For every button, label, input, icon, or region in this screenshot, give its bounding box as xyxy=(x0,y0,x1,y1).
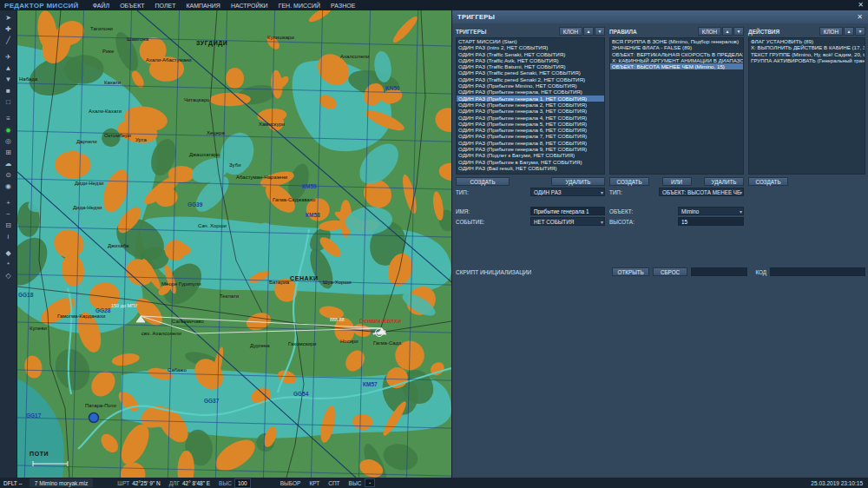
action-list-item[interactable]: X: ВЫПОЛНИТЬ ДЕЙСТВИЕ В КАБИНЕ (17, 3014… xyxy=(749,44,865,50)
trigger-list-item[interactable]: ОДИН РАЗ (Прибытие генерала 6, НЕТ СОБЫТ… xyxy=(457,127,604,133)
script-file-input[interactable] xyxy=(691,267,747,276)
select-mode-toggle[interactable]: ВЫБОР xyxy=(280,480,301,486)
trigger-list-item[interactable]: ОДИН РАЗ (Intro 2, НЕТ СОБЫТИЯ) xyxy=(457,44,604,50)
trigger-list-item[interactable]: ОДИН РАЗ (Traffic Batumi, НЕТ СОБЫТИЯ) xyxy=(457,63,604,69)
bullseye-icon[interactable]: ◉ xyxy=(2,181,16,192)
trigger-list-item[interactable]: ОДИН РАЗ (Прибытие генерала 4, НЕТ СОБЫТ… xyxy=(457,115,604,121)
menu-flight[interactable]: ПОЛЕТ xyxy=(155,3,176,9)
altitude-display-state-icon[interactable]: ▪ xyxy=(365,478,375,487)
ship-icon[interactable]: ▼ xyxy=(2,74,16,85)
panel-close-icon[interactable]: ✕ xyxy=(857,13,863,21)
reset-script-button[interactable]: СБРОС xyxy=(653,267,687,276)
window-close-icon[interactable]: ✕ xyxy=(858,2,864,9)
weather-icon[interactable]: ☁ xyxy=(2,158,16,169)
altitude-input[interactable]: 100 xyxy=(234,478,251,488)
rule-type-dropdown[interactable]: ОБЪЕКТ: ВЫСОТА МЕНЕЕ ЧЕ xyxy=(659,188,744,196)
vehicle-icon[interactable]: ■ xyxy=(2,85,16,96)
trigger-list-item[interactable]: ОДИН РАЗ (Bad result, НЕТ СОБЫТИЯ) xyxy=(457,165,604,171)
trigger-list-item[interactable]: ОДИН РАЗ (Прибытие генерала 5, НЕТ СОБЫТ… xyxy=(457,121,604,127)
action-move-up-button[interactable]: ▲ xyxy=(844,27,854,36)
menu-mission-generator[interactable]: ГЕН. МИССИЙ xyxy=(279,3,320,9)
trigger-list-item[interactable]: ОДИН РАЗ (Traffic pered Senaki, НЕТ СОБЫ… xyxy=(457,69,604,76)
trigger-list-item[interactable]: ОДИН РАЗ (Прибытие генерала 8, НЕТ СОБЫТ… xyxy=(457,140,604,146)
mission-filename: 7 Mimino moryak.miz xyxy=(30,478,93,487)
action-move-down-button[interactable]: ▼ xyxy=(855,27,865,36)
action-list-item[interactable]: ФЛАГ УСТАНОВИТЬ (89) xyxy=(749,38,865,44)
trigger-event-dropdown[interactable]: НЕТ СОБЫТИЯ xyxy=(530,217,605,226)
static-object-icon[interactable]: □ xyxy=(2,96,16,108)
trigger-list-item[interactable]: ОДИН РАЗ (Прибытие генерала, НЕТ СОБЫТИЯ… xyxy=(457,89,604,95)
trigger-list-item[interactable]: ОДИН РАЗ (Прибытие Mimino, НЕТ СОБЫТИЯ) xyxy=(457,82,604,89)
mission-map[interactable]: ТагилониШамгонаРикеЗУГДИДИКулишкариАхалс… xyxy=(17,10,451,478)
trigger-list-item[interactable]: ОДИН РАЗ (Прибытие генерала 7, НЕТ СОБЫТ… xyxy=(457,133,604,139)
action-list-item[interactable]: ТЕКСТ ГРУППЕ (Mimino, Ну, всё! Садим, 20… xyxy=(749,51,865,57)
settings-icon[interactable]: * xyxy=(2,259,16,270)
map-layer-toggle[interactable]: КРТ xyxy=(309,480,319,486)
trigger-move-down-button[interactable]: ▼ xyxy=(595,27,605,36)
latitude-value: 42°25' 9" N xyxy=(132,480,161,486)
layers-icon[interactable]: ⊟ xyxy=(2,220,16,231)
trigger-list-item[interactable]: ОДИН РАЗ (Прибытие генерала 2, НЕТ СОБЫТ… xyxy=(457,102,604,108)
altitude-display-toggle[interactable]: ВЫС xyxy=(349,480,362,486)
code-input[interactable] xyxy=(770,267,865,276)
info-icon[interactable]: i xyxy=(2,231,16,242)
pan-tool-icon[interactable]: ✚ xyxy=(2,23,16,35)
zoom-out-icon[interactable]: − xyxy=(2,208,16,220)
trigger-list-item[interactable]: ОДИН РАЗ (Прибытие в Батуми, НЕТ СОБЫТИЯ… xyxy=(457,159,604,165)
triggers-header: ТРИГГЕРЫ xyxy=(456,29,558,35)
trigger-list-item[interactable]: ОДИН РАЗ (Прибытие генерала 3, НЕТ СОБЫТ… xyxy=(457,108,604,114)
panel-titlebar[interactable]: ТРИГГЕРЫ ✕ xyxy=(452,10,868,23)
actions-column: ДЕЙСТВИЯ КЛОН ▲ ▼ ФЛАГ УСТАНОВИТЬ (89)X:… xyxy=(748,26,865,186)
rule-height-input[interactable]: 15 xyxy=(678,217,744,226)
open-script-button[interactable]: ОТКРЫТЬ xyxy=(612,267,649,276)
rule-object-dropdown[interactable]: Mimino xyxy=(678,207,744,215)
trigger-move-up-button[interactable]: ▲ xyxy=(583,27,594,36)
menu-file[interactable]: ФАЙЛ xyxy=(93,3,109,9)
trigger-list-item[interactable]: ОДИН РАЗ (Прибытие генерала 9, НЕТ СОБЫТ… xyxy=(457,146,604,152)
code-label: КОД xyxy=(756,269,767,275)
create-trigger-button[interactable]: СОЗДАТЬ xyxy=(456,177,510,186)
time-icon[interactable]: ⊙ xyxy=(2,169,16,181)
select-tool-icon[interactable]: ➤ xyxy=(2,12,16,23)
delete-trigger-button[interactable]: УДАЛИТЬ xyxy=(551,177,605,186)
satellite-layer-toggle[interactable]: СПТ xyxy=(328,480,339,486)
trigger-name-label: ИМЯ: xyxy=(456,208,530,214)
rule-move-up-button[interactable]: ▲ xyxy=(722,27,733,36)
clone-action-button[interactable]: КЛОН xyxy=(819,27,843,36)
trigger-list-item[interactable]: ОДИН РАЗ (Traffic pered Senaki 2, НЕТ СО… xyxy=(457,76,604,82)
rule-list-item[interactable]: X: КАБИННЫЙ АРГУМЕНТ АНИМАЦИИ В ДИАПАЗОН… xyxy=(610,57,743,63)
template-icon[interactable]: ⊞ xyxy=(2,147,16,158)
objects-mode-icon[interactable]: ● xyxy=(2,124,16,135)
flag-icon[interactable]: ◆ xyxy=(2,247,16,259)
trigger-list-item[interactable]: ОДИН РАЗ (Подлет к Батуми, НЕТ СОБЫТИЯ) xyxy=(457,152,604,158)
rule-list-item[interactable]: ЗНАЧЕНИЕ ФЛАГА - FALSE (89) xyxy=(610,44,743,50)
clone-rule-button[interactable]: КЛОН xyxy=(698,27,721,36)
rule-list-item[interactable]: ОБЪЕКТ: ВЕРТИКАЛЬНАЯ СКОРОСТЬ В ПРЕДЕЛАХ… xyxy=(610,51,743,57)
trigger-list-item[interactable]: ОДИН РАЗ (Traffic Senaki, НЕТ СОБЫТИЯ) xyxy=(457,51,604,57)
or-rule-button[interactable]: ИЛИ xyxy=(662,177,692,186)
clone-trigger-button[interactable]: КЛОН xyxy=(559,27,582,36)
helicopter-icon[interactable]: ▲ xyxy=(2,63,16,74)
action-list-item[interactable]: ГРУППА АКТИВИРОВАТЬ (Генеральный транспо… xyxy=(749,57,865,63)
ruler-icon[interactable]: ╱ xyxy=(2,35,16,46)
menu-object[interactable]: ОБЪЕКТ xyxy=(120,3,144,9)
delete-rule-button[interactable]: УДАЛИТЬ xyxy=(704,177,744,186)
rule-list-item[interactable]: ВСЯ ГРУППА В ЗОНЕ (Mimino, Подбор генера… xyxy=(610,38,743,44)
menu-campaign[interactable]: КАМПАНИЯ xyxy=(186,3,220,9)
create-action-button[interactable]: СОЗДАТЬ xyxy=(748,177,788,186)
trigger-name-input[interactable]: Прибытие генерала 1 xyxy=(530,207,605,215)
trigger-zone-icon[interactable]: ◎ xyxy=(2,135,16,147)
map-marker-icon[interactable]: ◇ xyxy=(2,270,16,281)
rule-list-item[interactable]: ОБЪЕКТ: ВЫСОТА МЕНЕЕ ЧЕМ (Mimino, 15) xyxy=(610,63,743,69)
airplane-icon[interactable]: ✈ xyxy=(2,51,16,63)
menu-misc[interactable]: РАЗНОЕ xyxy=(331,3,355,9)
rule-move-down-button[interactable]: ▼ xyxy=(733,27,744,36)
group-list-icon[interactable]: ≡ xyxy=(2,113,16,124)
zoom-in-icon[interactable]: + xyxy=(2,197,16,208)
menu-settings[interactable]: НАСТРОЙКИ xyxy=(231,3,268,9)
trigger-list-item[interactable]: ОДИН РАЗ (Прибытие генерала 1, НЕТ СОБЫТ… xyxy=(457,96,604,102)
trigger-list-item[interactable]: СТАРТ МИССИИ (Start) xyxy=(457,38,604,44)
create-rule-button[interactable]: СОЗДАТЬ xyxy=(609,177,649,186)
trigger-type-dropdown[interactable]: ОДИН РАЗ xyxy=(530,188,605,196)
trigger-list-item[interactable]: ОДИН РАЗ (Traffic Avik, НЕТ СОБЫТИЯ) xyxy=(457,57,604,63)
